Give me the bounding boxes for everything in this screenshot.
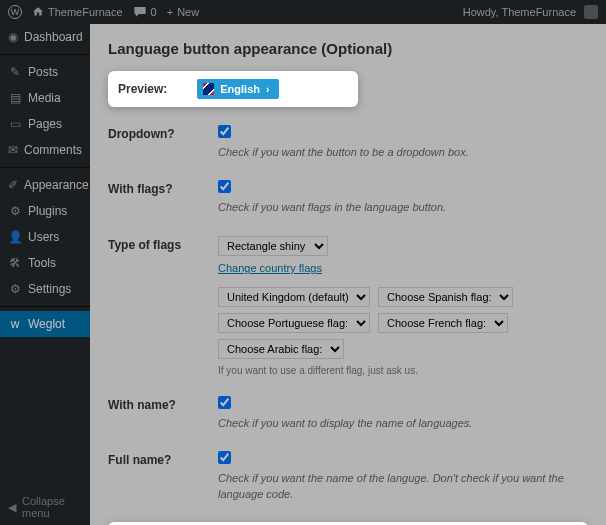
admin-sidebar: ◉Dashboard ✎Posts ▤Media ▭Pages ✉Comment… bbox=[0, 24, 90, 525]
sidebar-label: Appearance bbox=[24, 178, 89, 192]
withname-desc: Check if you want to display the name of… bbox=[218, 416, 588, 431]
sidebar-item-users[interactable]: 👤Users bbox=[0, 224, 90, 250]
fullname-label: Full name? bbox=[108, 451, 218, 467]
collapse-icon: ◀ bbox=[8, 501, 16, 514]
uk-flag-icon bbox=[203, 83, 214, 95]
comments-link[interactable]: 0 bbox=[133, 5, 157, 19]
sidebar-item-tools[interactable]: 🛠Tools bbox=[0, 250, 90, 276]
chevron-right-icon: › bbox=[266, 84, 269, 95]
sidebar-label: Settings bbox=[28, 282, 71, 296]
comment-icon bbox=[133, 5, 147, 19]
home-icon bbox=[32, 6, 44, 18]
row-typeflags: Type of flags Rectangle shiny Change cou… bbox=[108, 236, 588, 376]
withflags-desc: Check if you want flags in the language … bbox=[218, 200, 588, 215]
sidebar-item-pages[interactable]: ▭Pages bbox=[0, 111, 90, 137]
language-button-text: English bbox=[220, 83, 260, 95]
sidebar-label: Media bbox=[28, 91, 61, 105]
withname-label: With name? bbox=[108, 396, 218, 412]
typeflags-note: If you want to use a different flag, jus… bbox=[218, 365, 588, 376]
howdy-link[interactable]: Howdy, ThemeFurnace bbox=[463, 5, 598, 19]
fullname-desc: Check if you want the name of the langug… bbox=[218, 471, 588, 502]
sidebar-label: Plugins bbox=[28, 204, 67, 218]
sidebar-item-dashboard[interactable]: ◉Dashboard bbox=[0, 24, 90, 50]
brush-icon: ✐ bbox=[8, 178, 18, 192]
user-icon: 👤 bbox=[8, 230, 22, 244]
weglot-icon: w bbox=[8, 317, 22, 331]
row-fullname: Full name? Check if you want the name of… bbox=[108, 451, 588, 502]
collapse-menu[interactable]: ◀Collapse menu bbox=[0, 489, 90, 525]
page-icon: ▭ bbox=[8, 117, 22, 131]
sidebar-label: Tools bbox=[28, 256, 56, 270]
typeflags-select[interactable]: Rectangle shiny bbox=[218, 236, 328, 256]
media-icon: ▤ bbox=[8, 91, 22, 105]
site-name: ThemeFurnace bbox=[48, 6, 123, 18]
sidebar-label: Posts bbox=[28, 65, 58, 79]
flag-select-french[interactable]: Choose French flag: bbox=[378, 313, 508, 333]
withflags-label: With flags? bbox=[108, 180, 218, 196]
wp-logo[interactable]: W bbox=[8, 5, 22, 19]
dropdown-desc: Check if you want the button to be a dro… bbox=[218, 145, 588, 160]
row-withflags: With flags? Check if you want flags in t… bbox=[108, 180, 588, 215]
dashboard-icon: ◉ bbox=[8, 30, 18, 44]
flag-select-portuguese[interactable]: Choose Portuguese flag: bbox=[218, 313, 370, 333]
preview-panel: Preview: English › bbox=[108, 71, 358, 107]
withname-checkbox[interactable] bbox=[218, 396, 231, 409]
language-button[interactable]: English › bbox=[197, 79, 279, 99]
dropdown-label: Dropdown? bbox=[108, 125, 218, 141]
sidebar-label: Comments bbox=[24, 143, 82, 157]
gear-icon: ⚙ bbox=[8, 282, 22, 296]
plus-icon: + bbox=[167, 6, 173, 18]
sidebar-label: Weglot bbox=[28, 317, 65, 331]
fullname-checkbox[interactable] bbox=[218, 451, 231, 464]
comments-count: 0 bbox=[151, 6, 157, 18]
new-label: New bbox=[177, 6, 199, 18]
main-content: Language button appearance (Optional) Pr… bbox=[90, 24, 606, 525]
new-link[interactable]: + New bbox=[167, 6, 199, 18]
avatar bbox=[584, 5, 598, 19]
sidebar-item-comments[interactable]: ✉Comments bbox=[0, 137, 90, 163]
admin-bar: W ThemeFurnace 0 + New Howdy, ThemeFurna… bbox=[0, 0, 606, 24]
sidebar-label: Pages bbox=[28, 117, 62, 131]
comment-icon: ✉ bbox=[8, 143, 18, 157]
site-link[interactable]: ThemeFurnace bbox=[32, 6, 123, 18]
preview-label: Preview: bbox=[118, 82, 167, 96]
change-flags-link[interactable]: Change country flags bbox=[218, 262, 322, 274]
sidebar-label: Users bbox=[28, 230, 59, 244]
page-title: Language button appearance (Optional) bbox=[108, 40, 588, 57]
flag-select-spanish[interactable]: Choose Spanish flag: bbox=[378, 287, 513, 307]
row-withname: With name? Check if you want to display … bbox=[108, 396, 588, 431]
sidebar-item-weglot[interactable]: wWeglot bbox=[0, 311, 90, 337]
collapse-label: Collapse menu bbox=[22, 495, 82, 519]
sidebar-item-posts[interactable]: ✎Posts bbox=[0, 59, 90, 85]
sidebar-label: Dashboard bbox=[24, 30, 83, 44]
withflags-checkbox[interactable] bbox=[218, 180, 231, 193]
sidebar-item-plugins[interactable]: ⚙Plugins bbox=[0, 198, 90, 224]
howdy-text: Howdy, ThemeFurnace bbox=[463, 6, 576, 18]
sidebar-item-media[interactable]: ▤Media bbox=[0, 85, 90, 111]
pin-icon: ✎ bbox=[8, 65, 22, 79]
sidebar-item-appearance[interactable]: ✐Appearance bbox=[0, 172, 90, 198]
plugin-icon: ⚙ bbox=[8, 204, 22, 218]
flag-select-uk[interactable]: United Kingdom (default) bbox=[218, 287, 370, 307]
tool-icon: 🛠 bbox=[8, 256, 22, 270]
row-dropdown: Dropdown? Check if you want the button t… bbox=[108, 125, 588, 160]
flag-select-arabic[interactable]: Choose Arabic flag: bbox=[218, 339, 344, 359]
dropdown-checkbox[interactable] bbox=[218, 125, 231, 138]
typeflags-label: Type of flags bbox=[108, 236, 218, 252]
sidebar-item-settings[interactable]: ⚙Settings bbox=[0, 276, 90, 302]
